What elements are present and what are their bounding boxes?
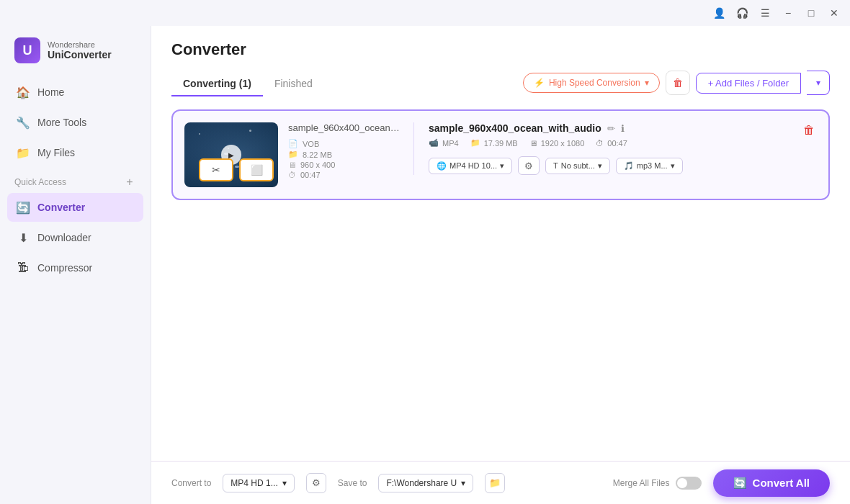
output-size: 17.39 MB (484, 139, 518, 148)
convert-all-label: Convert All (753, 477, 810, 489)
logo-brand: Wondershare (48, 40, 112, 49)
display-icon: 🖥 (288, 161, 296, 169)
output-options: 🌐 MP4 HD 10... ▾ ⚙ T No subt... ▾ 🎵 (429, 156, 817, 175)
output-filename: sample_960x400_ocean_with_audio (429, 122, 601, 134)
settings-button[interactable]: ⚙ (518, 156, 540, 175)
format-chevron: ▾ (282, 478, 287, 488)
app-body: U Wondershare UniConverter 🏠 Home 🔧 More… (0, 26, 850, 504)
audio-chevron: ▾ (671, 161, 675, 171)
headphones-button[interactable]: 🎧 (732, 3, 752, 23)
path-select[interactable]: F:\Wondershare U ▾ (378, 474, 473, 492)
chevron-down-icon-2: ▾ (816, 78, 820, 88)
audio-select[interactable]: 🎵 mp3 M... ▾ (616, 158, 683, 174)
source-format-row: 📄 VOB (288, 139, 403, 148)
quality-chevron: ▾ (500, 161, 504, 171)
path-label: F:\Wondershare U (386, 478, 457, 488)
file-delete-button[interactable]: 🗑 (800, 121, 818, 140)
path-chevron: ▾ (461, 478, 465, 488)
sidebar-nav-tools: 🔄 Converter ⬇ Downloader 🗜 Compressor (0, 193, 151, 282)
quick-access-add-button[interactable]: + (123, 176, 136, 189)
add-files-label: + Add Files / Folder (708, 78, 789, 89)
sidebar-item-home[interactable]: 🏠 Home (7, 78, 143, 107)
sidebar-item-my-files-label: My Files (37, 147, 75, 158)
bottom-bar: Convert to MP4 HD 1... ▾ ⚙ Save to F:\Wo… (151, 461, 850, 504)
sidebar-item-more-tools[interactable]: 🔧 More Tools (7, 108, 143, 137)
content-area: ▶ ✂ ⬜ sample_960x400_ocean_wit... (151, 98, 850, 461)
menu-button[interactable]: ☰ (755, 3, 775, 23)
clock-icon: ⏱ (288, 171, 296, 179)
minimize-button[interactable]: − (778, 3, 798, 23)
sidebar-item-my-files[interactable]: 📁 My Files (7, 138, 143, 167)
subtitle-select[interactable]: T No subt... ▾ (545, 158, 610, 174)
merge-row: Merge All Files (613, 477, 702, 490)
crop-icon: ⬜ (251, 164, 263, 176)
toolbar: ⚡ High Speed Conversion ▾ 🗑 + Add Files … (523, 71, 830, 98)
browse-folder-button[interactable]: 📁 (485, 473, 505, 493)
convert-all-button[interactable]: 🔄 Convert All (713, 469, 830, 497)
audio-icon: 🎵 (624, 161, 634, 171)
merge-toggle[interactable] (676, 477, 702, 490)
sidebar-nav: 🏠 Home 🔧 More Tools 📁 My Files (0, 78, 151, 167)
chevron-down-icon: ▾ (645, 78, 649, 88)
sidebar-logo: U Wondershare UniConverter (0, 26, 151, 78)
sidebar: U Wondershare UniConverter 🏠 Home 🔧 More… (0, 26, 151, 504)
tab-finished[interactable]: Finished (263, 72, 324, 96)
output-format: MP4 (442, 139, 459, 148)
title-bar: 👤 🎧 ☰ − □ ✕ (0, 0, 850, 26)
main-content: Converter Converting (1) Finished ⚡ High… (151, 26, 850, 504)
file-output-info: sample_960x400_ocean_with_audio ✏ ℹ 📹 MP… (413, 122, 817, 175)
source-size: 8.22 MB (303, 150, 332, 159)
tab-converting[interactable]: Converting (1) (171, 72, 263, 96)
format-label: MP4 HD 1... (231, 478, 277, 488)
scissors-icon: ✂ (212, 164, 220, 176)
trim-button[interactable]: ✂ (199, 158, 233, 181)
quality-label: MP4 HD 10... (449, 161, 497, 170)
source-duration-row: ⏱ 00:47 (288, 171, 403, 179)
subtitle-label: No subt... (561, 161, 595, 170)
logo-icon: U (14, 37, 40, 63)
source-meta: 📄 VOB 📁 8.22 MB 🖥 960 x 400 ⏱ (288, 139, 403, 179)
crop-button[interactable]: ⬜ (239, 158, 274, 181)
quality-select[interactable]: 🌐 MP4 HD 10... ▾ (429, 158, 512, 174)
downloader-icon: ⬇ (16, 230, 30, 245)
star-3 (249, 130, 251, 132)
content-header: Converter Converting (1) Finished ⚡ High… (151, 26, 850, 98)
sidebar-item-converter[interactable]: 🔄 Converter (7, 193, 143, 222)
page-title: Converter (171, 40, 830, 59)
source-resolution-row: 🖥 960 x 400 (288, 161, 403, 169)
output-size-item: 📁 17.39 MB (470, 138, 518, 148)
source-duration: 00:47 (300, 171, 321, 179)
info-button[interactable]: ℹ (621, 123, 625, 134)
sidebar-item-compressor[interactable]: 🗜 Compressor (7, 253, 143, 282)
format-settings-button[interactable]: ⚙ (306, 473, 326, 493)
close-button[interactable]: ✕ (824, 3, 844, 23)
subtitle-icon: T (553, 161, 558, 170)
quick-access: Quick Access + (0, 167, 151, 193)
add-files-button[interactable]: + Add Files / Folder (696, 73, 801, 94)
sidebar-item-downloader-label: Downloader (37, 232, 91, 243)
output-resolution: 1920 x 1080 (541, 139, 585, 148)
output-format-item: 📹 MP4 (429, 138, 459, 148)
home-icon: 🏠 (16, 85, 30, 99)
audio-label: mp3 M... (637, 161, 668, 170)
output-duration: 00:47 (607, 139, 627, 148)
profile-button[interactable]: 👤 (709, 3, 729, 23)
add-files-dropdown-button[interactable]: ▾ (807, 71, 830, 95)
sidebar-item-downloader[interactable]: ⬇ Downloader (7, 223, 143, 252)
source-size-row: 📁 8.22 MB (288, 150, 403, 159)
star-1 (199, 133, 200, 135)
sidebar-item-more-tools-label: More Tools (37, 117, 86, 128)
format-select[interactable]: MP4 HD 1... ▾ (223, 474, 294, 492)
edit-name-button[interactable]: ✏ (607, 123, 615, 134)
converter-icon: 🔄 (16, 200, 30, 215)
maximize-button[interactable]: □ (801, 3, 821, 23)
sidebar-item-home-label: Home (37, 86, 64, 98)
output-clock-icon: ⏱ (596, 139, 604, 148)
delete-all-button[interactable]: 🗑 (666, 71, 690, 95)
high-speed-button[interactable]: ⚡ High Speed Conversion ▾ (523, 73, 660, 93)
output-resolution-item: 🖥 1920 x 1080 (529, 138, 585, 148)
source-filename: sample_960x400_ocean_wit... (288, 122, 403, 133)
tools-overlay: ✂ ⬜ (199, 158, 274, 181)
merge-label: Merge All Files (613, 478, 670, 488)
video-icon: 📹 (429, 138, 439, 148)
